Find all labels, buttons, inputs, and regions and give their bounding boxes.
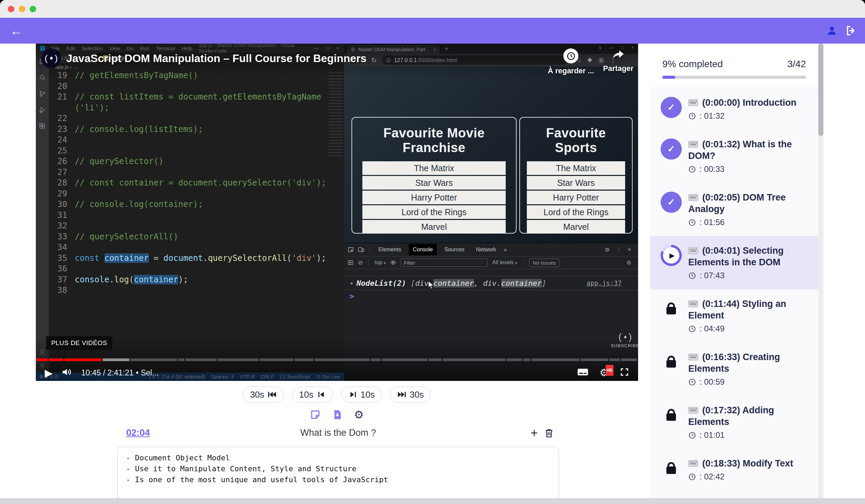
skip-button[interactable]: 30s (390, 387, 431, 402)
line-number: 36 (49, 263, 75, 274)
line-number: 30 (49, 199, 75, 210)
issues-badge: No Issues (529, 258, 560, 267)
lesson-duration: : 07:43 (688, 271, 801, 280)
share-arrow-icon (611, 48, 626, 61)
skip-button[interactable]: 10s (292, 387, 333, 402)
progress-segment (443, 359, 506, 361)
sticky-note-icon[interactable] (309, 409, 321, 421)
fullscreen-button[interactable] (620, 367, 629, 378)
close-window-button[interactable] (8, 6, 14, 12)
code-line: 20 (49, 81, 344, 92)
video-progress-bar[interactable] (36, 359, 638, 361)
download-notes-icon[interactable] (331, 409, 343, 421)
console-toolbar: ⊘ top ▾ All levels ▾ No Issues ⚙ (344, 256, 638, 269)
scrollbar-thumb[interactable] (818, 44, 823, 136)
eye-icon (390, 259, 396, 266)
share-button[interactable]: Partager (596, 48, 638, 73)
play-icon: ▶ (669, 251, 674, 259)
note-title: What is the Dom ? (117, 427, 559, 438)
profile-icon[interactable] (827, 25, 837, 36)
note-content-input[interactable]: - Document Object Model - Use it to Mani… (117, 447, 559, 504)
progress-segment (523, 359, 530, 361)
keyboard-icon (688, 301, 698, 307)
devtools-settings-icon: ⚙ (605, 247, 610, 253)
line-number: 37 (49, 274, 75, 285)
progress-segment (185, 359, 217, 361)
delete-note-button[interactable] (544, 427, 554, 438)
code-text: // getElementsByTagName() (75, 70, 198, 81)
sports-card: Favourite Sports The MatrixStar WarsHarr… (519, 117, 633, 234)
rewind-icon (317, 391, 326, 398)
minimize-window-button[interactable] (19, 6, 25, 12)
line-number: 24 (49, 135, 75, 145)
code-line: 22 (49, 113, 344, 124)
line-number: 21 (49, 92, 75, 103)
video-title[interactable]: JavaScript DOM Manipulation – Full Cours… (66, 52, 367, 65)
lesson-item[interactable]: ✓ ▶ (0:00:00) Introduction : 01:32 (650, 88, 818, 130)
skip-button[interactable]: 30s (243, 387, 284, 402)
freecodecamp-logo[interactable]: () (41, 48, 61, 68)
progress-segment (621, 359, 637, 361)
settings-button[interactable]: ⚙HD (600, 367, 609, 378)
progress-segment (218, 359, 259, 361)
video-player[interactable]: FileEditSelectionViewGoRunTerminalHelp a… (36, 44, 638, 381)
clock-icon (688, 431, 696, 439)
devtools-menu-icon: ⋮ (616, 247, 621, 253)
lesson-item[interactable]: ✓ ▶ (0:01:32) What is the DOM? : 00:33 (650, 130, 818, 183)
progress-segment (49, 359, 63, 361)
line-number: 35 (49, 253, 75, 264)
code-line: 28 // const container = document.querySe… (49, 178, 344, 189)
account-icon (38, 348, 46, 356)
video-controls: ▶ 10:45 / 2:41:21 • Sel... ⚙HD (36, 364, 638, 381)
lesson-item[interactable]: ✓ ▶ (0:04:01) Selecting Elements in the … (650, 236, 818, 289)
note-settings-icon[interactable]: ⚙ (353, 409, 365, 421)
device-toolbar-icon (358, 246, 365, 253)
app-header: ← (0, 18, 865, 44)
lock-icon (666, 413, 676, 421)
code-text: const container = document.querySelector… (75, 253, 326, 264)
lesson-status-badge: ✓ ▶ (661, 298, 682, 319)
line-number: 26 (49, 156, 75, 167)
log-source-link: app.js:37 (587, 279, 631, 287)
expand-arrow-icon: ▶ (351, 281, 353, 285)
code-line: 25 (49, 145, 344, 156)
code-text: ('li'); (75, 103, 109, 114)
table-row: The Matrix (527, 161, 625, 175)
divider (369, 259, 369, 266)
devtools-tabbar: ElementsConsoleSourcesNetwork » ⚙ ⋮ × (344, 243, 638, 256)
run-debug-icon (38, 106, 46, 114)
progress-segment (371, 359, 380, 361)
subtitles-button[interactable] (577, 367, 589, 378)
lesson-item[interactable]: ✓ ▶ (0:17:32) Adding Elements : 01:01 (650, 396, 818, 449)
skip-button[interactable]: 10s (341, 387, 382, 402)
code-text: // querySelectorAll() (75, 232, 178, 243)
horizontal-scrollbar[interactable] (0, 498, 865, 504)
lesson-item[interactable]: ✓ ▶ (0:16:33) Creating Elements : 00:59 (650, 342, 818, 396)
lesson-item[interactable]: ✓ ▶ (0:02:05) DOM Tree Analogy : 01:56 (650, 183, 818, 236)
back-button[interactable]: ← (8, 23, 25, 39)
lesson-title: (0:16:33) Creating Elements (688, 351, 801, 374)
add-note-button[interactable]: + (531, 426, 538, 440)
lesson-item[interactable]: ✓ ▶ (0:11:44) Styling an Element : 04:49 (650, 289, 818, 342)
webpage: Favourite Movie Franchise The MatrixStar… (344, 67, 638, 243)
lesson-title: (0:18:33) Modify Text (688, 458, 801, 469)
search-icon (38, 74, 46, 81)
chevron-down-icon: ▾ (515, 261, 517, 265)
volume-button[interactable] (61, 367, 72, 378)
play-button[interactable]: ▶ (45, 367, 53, 379)
code-editor: 19 // getElementsByTagName() 20 21 // co… (49, 70, 344, 373)
check-icon: ✓ (667, 102, 675, 113)
new-tab-icon: + (445, 45, 449, 53)
skip-controls: 30s 10s 10s (36, 387, 638, 402)
maximize-window-button[interactable] (30, 6, 36, 12)
lesson-status-badge: ✓ ▶ (661, 405, 682, 425)
clock-icon (688, 219, 696, 226)
line-number: 34 (49, 242, 75, 253)
lesson-item[interactable]: ✓ ▶ (0:18:33) Modify Text : 02:42 (650, 449, 818, 490)
watch-later-button[interactable]: À regarder ... (545, 48, 597, 75)
lesson-duration: : 04:49 (688, 324, 801, 333)
card-title: Favourite Movie Franchise (356, 126, 512, 155)
lesson-status-badge: ✓ ▶ (661, 192, 682, 213)
logout-icon[interactable] (845, 25, 856, 36)
sidebar-scrollbar[interactable] (818, 44, 823, 498)
